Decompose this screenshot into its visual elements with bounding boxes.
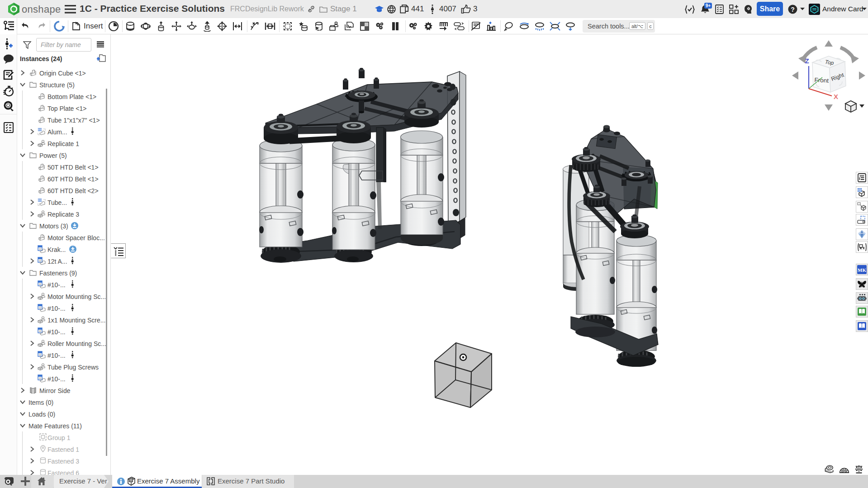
svg-text:Z: Z (805, 57, 809, 65)
svg-text:?: ? (791, 6, 795, 13)
svg-text:X: X (834, 93, 838, 100)
svg-text:MK: MK (858, 267, 866, 273)
